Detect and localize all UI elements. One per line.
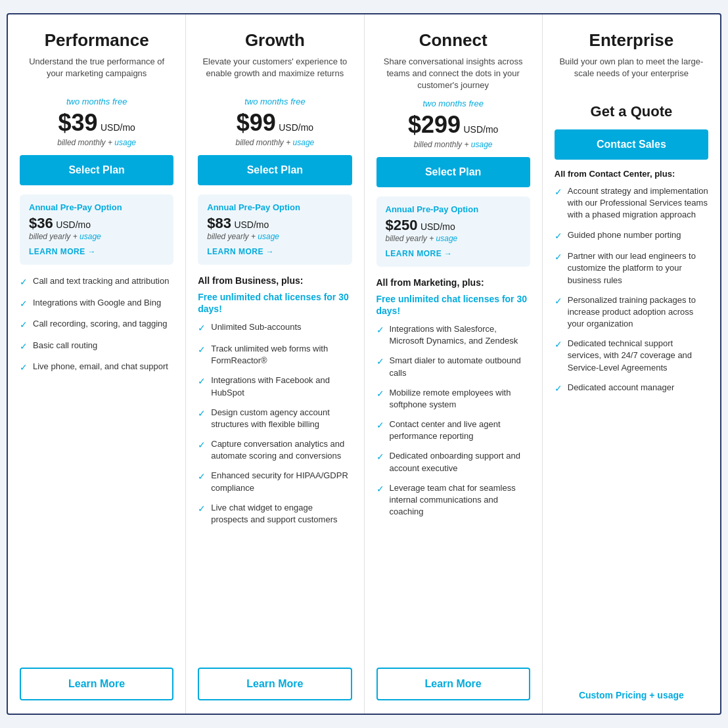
list-item: ✓Account strategy and implementation wit… [555,185,708,221]
feature-list-growth: ✓Unlimited Sub-accounts ✓Track unlimited… [198,321,352,534]
price-amount-performance: $39 [58,109,97,136]
price-row-connect: $299 USD/mo [376,111,530,139]
annual-billed-growth: billed yearly + usage [207,232,342,241]
check-icon: ✓ [198,407,206,421]
custom-pricing-enterprise: Custom Pricing + usage [555,690,708,700]
check-icon: ✓ [555,338,562,352]
contact-sales-button-enterprise[interactable]: Contact Sales [555,129,708,160]
billed-info-performance: billed monthly + usage [20,138,173,147]
list-item: ✓Basic call routing [20,340,173,353]
two-months-free-growth: two months free [198,97,352,106]
plan-desc-connect: Share conversational insights across tea… [376,56,530,92]
price-amount-growth: $99 [237,109,276,136]
list-item: ✓Call and text tracking and attribution [20,275,173,289]
enterprise-from: All from Contact Center, plus: [555,169,708,179]
list-item: ✓Capture conversation analytics and auto… [198,438,352,462]
check-icon: ✓ [555,186,562,199]
list-item: ✓Dedicated technical support services, w… [555,338,708,374]
section-title-connect: All from Marketing, plus: [376,277,530,288]
two-months-free-performance: two months free [20,97,173,106]
check-icon: ✓ [198,375,206,388]
feature-list-enterprise: ✓Account strategy and implementation wit… [555,185,708,432]
list-item: ✓Design custom agency account structures… [198,407,352,430]
learn-more-button-performance[interactable]: Learn More [20,668,173,700]
annual-learn-more-growth[interactable]: LEARN MORE → [207,247,274,256]
annual-learn-more-performance[interactable]: LEARN MORE → [29,247,96,256]
feature-list-performance: ✓Call and text tracking and attribution … [20,275,173,466]
select-plan-button-performance[interactable]: Select Plan [20,155,173,185]
two-months-free-connect: two months free [376,99,530,108]
highlight-connect: Free unlimited chat licenses for 30 days… [376,293,530,317]
plan-title-growth: Growth [198,30,352,51]
check-icon: ✓ [20,298,28,311]
list-item: ✓Track unlimited web forms with FormReac… [198,343,352,367]
list-item: ✓Enhanced security for HIPAA/GDPR compli… [198,470,352,493]
plan-desc-growth: Elevate your customers' experience to en… [198,56,352,90]
annual-billed-performance: billed yearly + usage [29,232,164,241]
annual-title-growth: Annual Pre-Pay Option [207,202,342,212]
quote-title-enterprise: Get a Quote [555,103,708,120]
price-row-growth: $99 USD/mo [198,109,352,137]
billed-info-growth: billed monthly + usage [198,138,352,147]
list-item: ✓Live chat widget to engage prospects an… [198,502,352,526]
annual-price-performance: $36 USD/mo [29,215,164,232]
highlight-growth: Free unlimited chat licenses for 30 days… [198,291,352,315]
price-row-performance: $39 USD/mo [20,109,173,137]
check-icon: ✓ [555,382,562,396]
check-icon: ✓ [376,388,384,401]
annual-box-performance: Annual Pre-Pay Option $36 USD/mo billed … [20,194,173,265]
list-item: ✓Call recording, scoring, and tagging [20,318,173,332]
learn-more-button-growth[interactable]: Learn More [198,668,352,700]
annual-price-growth: $83 USD/mo [207,215,342,232]
list-item: ✓Integrations with Salesforce, Microsoft… [376,323,530,347]
check-icon: ✓ [20,276,28,289]
check-icon: ✓ [20,319,28,332]
list-item: ✓Smart dialer to automate outbound calls [376,355,530,378]
list-item: ✓Partner with our lead engineers to cust… [555,250,708,286]
check-icon: ✓ [198,439,206,452]
check-icon: ✓ [555,230,562,243]
list-item: ✓Personalized training packages to incre… [555,294,708,330]
plan-title-connect: Connect [376,30,530,51]
check-icon: ✓ [376,419,384,432]
list-item: ✓Integrations with Google and Bing [20,297,173,311]
check-icon: ✓ [555,251,562,264]
learn-more-button-connect[interactable]: Learn More [376,668,530,700]
check-icon: ✓ [376,355,384,369]
check-icon: ✓ [20,340,28,353]
plan-performance: Performance Understand the true performa… [8,14,186,714]
plan-growth: Growth Elevate your customers' experienc… [186,14,364,714]
check-icon: ✓ [376,451,384,464]
annual-title-performance: Annual Pre-Pay Option [29,202,164,212]
annual-learn-more-connect[interactable]: LEARN MORE → [386,249,453,258]
check-icon: ✓ [555,295,562,308]
select-plan-button-connect[interactable]: Select Plan [376,157,530,187]
plan-enterprise: Enterprise Build your own plan to meet t… [543,14,720,714]
list-item: ✓Unlimited Sub-accounts [198,321,352,335]
list-item: ✓Leverage team chat for seamless interna… [376,482,530,518]
list-item: ✓Contact center and live agent performan… [376,419,530,442]
annual-price-connect: $250 USD/mo [386,217,521,234]
check-icon: ✓ [198,344,206,357]
plan-desc-performance: Understand the true performance of your … [20,56,173,90]
plan-title-performance: Performance [20,30,173,51]
list-item: ✓Guided phone number porting [555,229,708,243]
section-title-growth: All from Business, plus: [198,275,352,286]
plan-connect: Connect Share conversational insights ac… [365,14,543,714]
check-icon: ✓ [198,322,206,335]
list-item: ✓Integrations with Facebook and HubSpot [198,375,352,398]
check-icon: ✓ [376,483,384,496]
select-plan-button-growth[interactable]: Select Plan [198,155,352,185]
list-item: ✓Dedicated onboarding support and accoun… [376,450,530,474]
price-unit-growth: USD/mo [279,122,313,133]
price-amount-connect: $299 [408,111,461,138]
check-icon: ✓ [198,470,206,484]
plan-title-enterprise: Enterprise [555,30,708,51]
list-item: ✓Live phone, email, and chat support [20,361,173,375]
price-unit-performance: USD/mo [101,122,135,133]
check-icon: ✓ [376,324,384,337]
billed-info-connect: billed monthly + usage [376,140,530,149]
annual-box-connect: Annual Pre-Pay Option $250 USD/mo billed… [376,196,530,267]
list-item: ✓Dedicated account manager [555,382,708,396]
feature-list-connect: ✓Integrations with Salesforce, Microsoft… [376,323,530,526]
